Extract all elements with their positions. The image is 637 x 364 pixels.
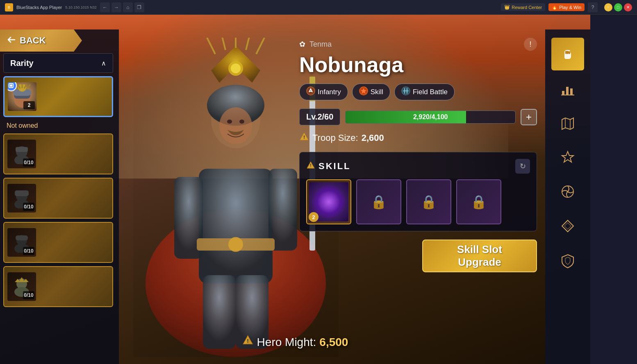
level-plus-btn[interactable]: + bbox=[521, 109, 537, 125]
skill-slot-2[interactable]: 🔒 bbox=[356, 179, 401, 224]
level-bar: 2,920/4,100 bbox=[345, 111, 516, 124]
svg-rect-61 bbox=[562, 91, 564, 95]
titlebar: B BlueStacks App Player 5.10.150.1015 N3… bbox=[0, 0, 637, 15]
hero-might-label: Hero Might: bbox=[257, 336, 316, 349]
hero-info-btn[interactable]: ! bbox=[524, 38, 537, 51]
hero-item-nobunaga[interactable]: 2 bbox=[3, 76, 113, 117]
titlebar-right: 👑 Reward Center 🔥 Play & Win ? − □ ✕ bbox=[501, 2, 632, 12]
upgrade-label: Skill Slot Upgrade bbox=[457, 243, 502, 269]
svg-rect-59 bbox=[567, 51, 569, 54]
hero-subtitle: Tenma bbox=[309, 40, 332, 49]
svg-rect-45 bbox=[16, 235, 28, 240]
troop-section: ! Troop Size: 2,600 bbox=[299, 132, 537, 144]
play-win-icon: 🔥 bbox=[552, 5, 557, 10]
skill-refresh-btn[interactable]: ↻ bbox=[515, 159, 530, 174]
might-warning-icon: ! bbox=[242, 335, 254, 349]
svg-line-14 bbox=[221, 38, 225, 50]
sidebar-map-btn[interactable] bbox=[551, 106, 584, 139]
hero-level-badge: 2 bbox=[23, 101, 35, 109]
sidebar-shield-btn[interactable] bbox=[551, 244, 584, 277]
skill-title-row: ! SKILL bbox=[306, 161, 351, 172]
infantry-icon bbox=[306, 86, 315, 97]
hero-might-section: ! Hero Might: 6,500 bbox=[242, 335, 348, 349]
level-bar-text: 2,920/4,100 bbox=[413, 113, 448, 121]
rarity-filter[interactable]: Rarity ∧ bbox=[3, 53, 113, 73]
svg-rect-58 bbox=[565, 51, 567, 54]
field-battle-icon bbox=[401, 86, 410, 97]
skill-glow bbox=[312, 185, 345, 218]
hero-title-row: ✿ Tenma ! bbox=[299, 38, 537, 51]
svg-text:!: ! bbox=[303, 135, 305, 140]
hero-main-name: Nobunaga bbox=[299, 52, 537, 77]
sidebar-combat-btn[interactable] bbox=[551, 38, 584, 70]
svg-point-24 bbox=[239, 120, 244, 124]
svg-rect-63 bbox=[570, 88, 573, 95]
skill-slot-3[interactable]: 🔒 bbox=[406, 179, 451, 224]
reward-icon: 👑 bbox=[504, 5, 510, 10]
sidebar-diamond-btn[interactable] bbox=[551, 210, 584, 242]
close-btn[interactable]: ✕ bbox=[624, 3, 632, 11]
forward-nav-btn[interactable]: → bbox=[111, 2, 121, 12]
skill-slot-1[interactable]: 2 bbox=[306, 179, 351, 224]
sidebar-network-btn[interactable] bbox=[551, 175, 584, 208]
home-nav-btn[interactable]: ⌂ bbox=[123, 2, 133, 12]
svg-rect-42 bbox=[15, 190, 29, 196]
level-section: Lv.2/60 2,920/4,100 + bbox=[299, 109, 537, 125]
svg-text:!: ! bbox=[310, 163, 311, 168]
svg-marker-68 bbox=[562, 220, 573, 232]
maximize-btn[interactable]: □ bbox=[614, 3, 622, 11]
back-button[interactable]: BACK bbox=[0, 29, 82, 52]
hero-2-badge: 0/10 bbox=[23, 158, 34, 167]
hero-4-badge: 0/10 bbox=[23, 247, 34, 255]
help-btn[interactable]: ? bbox=[588, 2, 598, 12]
game-area: BACK Rarity ∧ bbox=[0, 15, 590, 364]
field-battle-label: Field Battle bbox=[413, 88, 448, 96]
svg-rect-3 bbox=[199, 169, 273, 283]
window-controls: − □ ✕ bbox=[604, 3, 632, 11]
hero-title-icon: ✿ bbox=[299, 40, 305, 49]
svg-rect-20 bbox=[203, 275, 236, 349]
nav-buttons: ← → ⌂ ❐ bbox=[100, 2, 144, 12]
reward-center-btn[interactable]: 👑 Reward Center bbox=[501, 3, 545, 11]
tag-skill[interactable]: Skill bbox=[352, 84, 390, 100]
skill-tag-label: Skill bbox=[371, 88, 383, 96]
svg-line-13 bbox=[207, 38, 215, 54]
skill-slot-4[interactable]: 🔒 bbox=[456, 179, 501, 224]
app-logo: B bbox=[5, 3, 13, 11]
hero-list: 2 Not owned 0/10 bbox=[3, 76, 113, 307]
hero-item-3[interactable]: 0/10 bbox=[3, 178, 113, 219]
skill-icon bbox=[359, 86, 368, 97]
refresh-icon: ↻ bbox=[520, 162, 526, 171]
rarity-label: Rarity bbox=[10, 59, 34, 68]
lock-icon-3: 🔒 bbox=[421, 194, 437, 210]
skill-slot-upgrade-btn[interactable]: Skill Slot Upgrade bbox=[422, 240, 537, 272]
hero-item-4[interactable]: 0/10 bbox=[3, 222, 113, 263]
not-owned-label: Not owned bbox=[3, 122, 113, 129]
sidebar-chart-btn[interactable] bbox=[551, 72, 584, 105]
hero-5-badge: 0/10 bbox=[23, 291, 34, 299]
info-icon: ! bbox=[529, 40, 531, 49]
hero-tags: Infantry Skill Field Bat bbox=[299, 84, 537, 100]
reward-label: Reward Center bbox=[512, 5, 542, 10]
skill-section: ! SKILL ↻ 2 🔒 bbox=[299, 152, 537, 231]
hero-item-2[interactable]: 0/10 bbox=[3, 133, 113, 174]
copy-nav-btn[interactable]: ❐ bbox=[134, 2, 144, 12]
tag-field-battle[interactable]: Field Battle bbox=[394, 84, 455, 100]
minimize-btn[interactable]: − bbox=[604, 3, 612, 11]
svg-text:!: ! bbox=[247, 338, 249, 344]
hero-avatar-2: 0/10 bbox=[7, 140, 36, 168]
svg-text:B: B bbox=[8, 5, 10, 9]
tag-infantry[interactable]: Infantry bbox=[299, 84, 348, 100]
play-win-btn[interactable]: 🔥 Play & Win bbox=[548, 3, 585, 11]
svg-line-17 bbox=[256, 38, 264, 54]
lock-icon-2: 🔒 bbox=[371, 194, 387, 210]
back-nav-btn[interactable]: ← bbox=[100, 2, 110, 12]
sidebar-formation-btn[interactable] bbox=[551, 141, 584, 174]
hero-avatar-5: 0/10 bbox=[7, 272, 36, 301]
svg-line-16 bbox=[246, 38, 250, 50]
svg-point-12 bbox=[231, 63, 241, 73]
hero-avatar-3: 0/10 bbox=[7, 184, 36, 213]
hero-item-5[interactable]: 0/10 bbox=[3, 266, 113, 307]
svg-point-19 bbox=[228, 237, 243, 252]
troop-warning-icon: ! bbox=[299, 132, 309, 144]
